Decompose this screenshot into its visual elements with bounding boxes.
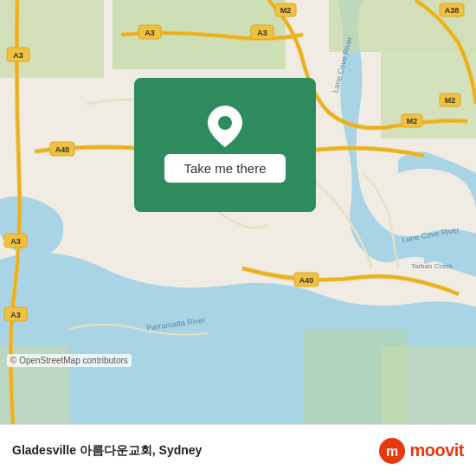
take-me-there-button[interactable]: Take me there [164,154,285,183]
svg-text:M2: M2 [280,6,292,15]
svg-text:A3: A3 [10,311,21,319]
location-pin-icon [206,107,244,145]
place-name: Gladesville 아름다운교회, Sydney [12,443,202,459]
svg-text:M2: M2 [445,96,456,105]
svg-rect-7 [381,346,476,424]
svg-point-36 [218,116,232,130]
svg-text:A40: A40 [55,145,70,154]
svg-text:A3: A3 [257,29,267,37]
bottom-bar: Gladesville 아름다운교회, Sydney m moovit [0,424,476,476]
moovit-logo: m moovit [379,438,464,464]
svg-text:m: m [386,444,398,459]
osm-attribution: © OpenStreetMap contributors [7,354,132,367]
svg-text:Tarban Creek: Tarban Creek [411,262,453,270]
svg-text:A3: A3 [13,51,23,60]
svg-text:A3: A3 [10,237,21,246]
svg-text:A38: A38 [445,6,460,15]
place-info: Gladesville 아름다운교회, Sydney [12,443,202,459]
svg-text:A40: A40 [299,276,314,285]
map-container: A3 A3 A3 A40 A40 A40 A3 A3 M2 M2 A38 [0,0,476,424]
svg-text:M2: M2 [407,117,418,125]
action-card[interactable]: Take me there [134,78,316,212]
moovit-text: moovit [409,441,464,460]
svg-text:A3: A3 [145,29,155,37]
moovit-icon: m [379,438,405,464]
